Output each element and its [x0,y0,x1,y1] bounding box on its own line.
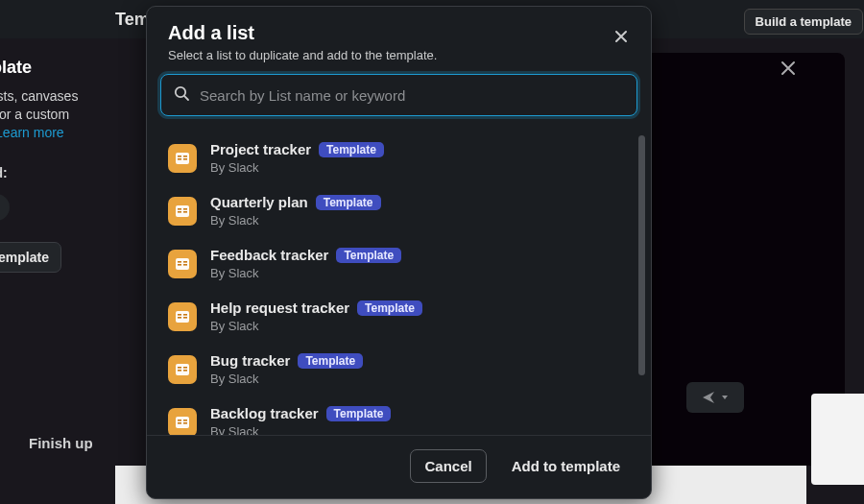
list-item[interactable]: Project trackerTemplate By Slack [160,132,645,184]
svg-rect-24 [183,367,187,369]
sidebar-text: d workflows for a custom [0,107,69,122]
background-light-panel [811,394,864,485]
list-icon [168,250,197,278]
list-item-name: Project tracker [210,141,311,157]
template-badge: Template [319,142,384,157]
list-item[interactable]: Help request trackerTemplate By Slack [160,290,645,343]
svg-rect-15 [183,264,187,266]
svg-rect-5 [183,158,187,160]
svg-rect-7 [178,208,181,210]
svg-rect-30 [183,422,187,424]
list-item-by: By Slack [210,424,391,435]
svg-rect-14 [183,261,187,263]
svg-rect-29 [183,420,187,421]
list-icon [168,197,197,226]
search-icon [173,84,190,106]
close-icon[interactable] [780,60,797,82]
template-badge: Template [316,195,381,210]
list-item-name: Bug tracker [210,352,290,369]
list-item-by: By Slack [210,266,401,280]
svg-rect-8 [178,211,181,213]
list-item-by: By Slack [210,160,384,175]
svg-rect-13 [178,264,181,266]
list-icon [168,302,197,331]
list-item-name: Help request tracker [210,300,349,316]
add-to-template-button[interactable]: + Add to template [0,242,61,273]
svg-rect-18 [178,317,181,319]
cancel-button[interactable]: Cancel [410,449,486,483]
list-item[interactable]: Feedback trackerTemplate By Slack [160,237,645,290]
add-list-modal: Add a list Select a list to duplicate an… [146,6,652,499]
list-item[interactable]: Quarterly planTemplate By Slack [160,184,645,237]
svg-rect-28 [178,422,181,424]
modal-close-button[interactable] [605,20,637,53]
template-badge: Template [357,300,422,316]
list-item-by: By Slack [210,319,422,333]
scrollbar-thumb[interactable] [638,135,645,375]
svg-rect-9 [183,208,187,210]
list-item-name: Quarterly plan [210,194,308,210]
svg-rect-23 [178,370,181,372]
svg-rect-12 [178,261,181,263]
svg-rect-20 [183,317,187,319]
messaging-chip[interactable]: Messaging [0,194,10,221]
search-field[interactable] [160,74,637,116]
scrollbar[interactable] [638,135,645,423]
svg-rect-3 [178,158,181,160]
svg-rect-25 [183,370,187,372]
build-template-button[interactable]: Build a template [744,9,863,35]
svg-rect-22 [178,367,181,369]
template-badge: Template [298,353,363,369]
template-badge: Template [326,406,392,421]
list-icon [168,408,197,436]
list-item[interactable]: Bug trackerTemplate By Slack [160,343,645,396]
list-item-by: By Slack [210,213,381,228]
included-label: at's included: [0,165,134,180]
svg-rect-27 [178,420,181,421]
sidebar-text: d your own lists, canvases [0,88,78,104]
svg-rect-4 [183,156,187,157]
list-results: Project trackerTemplate By Slack Quarter… [160,132,645,435]
list-item-name: Feedback tracker [210,247,328,263]
sidebar-heading: ild a template [0,58,134,78]
search-input[interactable] [200,87,625,104]
finish-up-button[interactable]: Finish up [29,435,93,451]
list-icon [168,355,197,384]
add-to-template-label: Add to template [0,250,49,265]
modal-title: Add a list [168,22,630,44]
svg-rect-19 [183,314,187,316]
list-item-by: By Slack [210,372,363,386]
learn-more-link[interactable]: Learn more [0,125,64,140]
list-item[interactable]: Backlog trackerTemplate By Slack [160,396,645,435]
svg-rect-17 [178,314,181,316]
compose-send[interactable] [686,382,744,413]
modal-subtitle: Select a list to duplicate and add to th… [168,48,630,62]
list-item-name: Backlog tracker [210,405,319,421]
svg-rect-10 [183,211,187,213]
template-badge: Template [336,248,401,263]
list-icon [168,144,197,173]
add-to-template-confirm-button[interactable]: Add to template [498,449,634,483]
svg-rect-2 [178,156,181,157]
